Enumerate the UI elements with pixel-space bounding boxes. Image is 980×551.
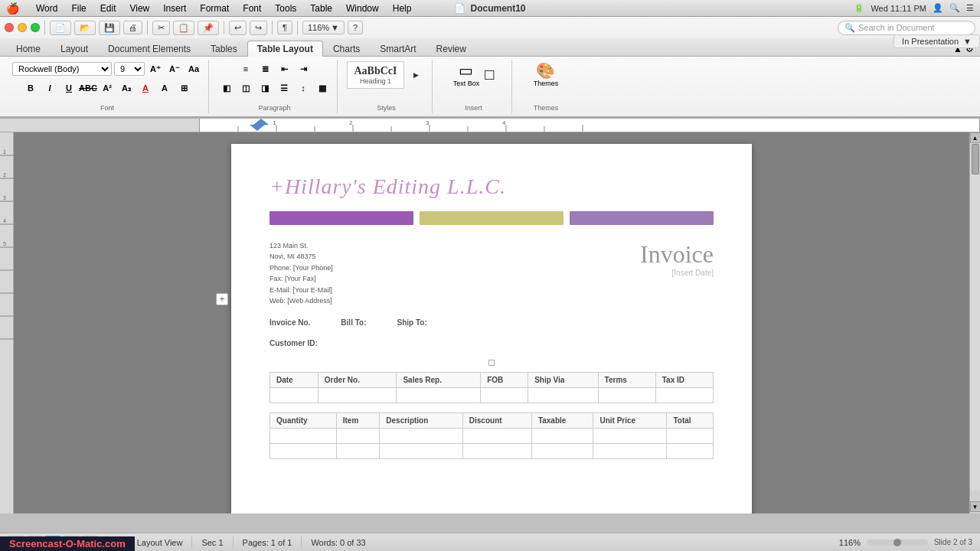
scroll-down-btn[interactable]: ▼: [970, 501, 981, 512]
menu-word[interactable]: Word: [31, 3, 62, 14]
list-number-btn[interactable]: ≣: [256, 61, 273, 77]
shading-btn[interactable]: ▦: [314, 80, 331, 96]
clear-format-button[interactable]: ⊞: [175, 80, 192, 96]
scroll-track[interactable]: [970, 143, 980, 491]
menu-window[interactable]: Window: [341, 3, 384, 14]
highlight-button[interactable]: A: [156, 80, 173, 96]
align-justify-btn[interactable]: ☰: [276, 80, 292, 96]
menu-font[interactable]: Font: [238, 3, 266, 14]
menu-help[interactable]: Help: [388, 3, 416, 14]
table2-row2: [270, 444, 714, 459]
menu-format[interactable]: Format: [195, 3, 234, 14]
align-center-btn[interactable]: ◫: [237, 80, 254, 96]
tab-charts[interactable]: Charts: [323, 41, 370, 57]
font-select[interactable]: Rockwell (Body): [12, 62, 112, 76]
tab-document-elements[interactable]: Document Elements: [98, 41, 201, 57]
tab-tables[interactable]: Tables: [201, 41, 247, 57]
main-area: 1 2 3 4 5 + +Hillary's Editing L.L.C. 12…: [0, 132, 980, 514]
font-size-decrease[interactable]: A⁻: [166, 61, 183, 77]
address-section: 123 Main St. Novi, MI 48375 Phone: [Your…: [270, 240, 714, 306]
bold-button[interactable]: B: [22, 80, 39, 96]
align-left-btn[interactable]: ◧: [218, 80, 235, 96]
scroll-thumb[interactable]: [972, 144, 979, 174]
selection-handle: [488, 360, 495, 366]
invoice-right: Invoice [Insert Date]: [640, 240, 714, 306]
zoom-slider[interactable]: [867, 540, 928, 546]
tab-review[interactable]: Review: [426, 41, 476, 57]
menu-file[interactable]: File: [67, 3, 90, 14]
style-preview[interactable]: AaBbCcI Heading 1: [347, 61, 403, 89]
undo-button[interactable]: ↩: [229, 21, 247, 35]
insert-date: [Insert Date]: [640, 269, 714, 277]
tab-smartart[interactable]: SmartArt: [370, 41, 426, 57]
new-doc-button[interactable]: 📄: [50, 21, 71, 35]
window-controls: [5, 23, 40, 32]
paragraph-row2: ◧ ◫ ◨ ☰ ↕ ▦: [218, 80, 331, 96]
menu-insert[interactable]: Insert: [158, 3, 191, 14]
open-button[interactable]: 📂: [74, 21, 96, 35]
style-expand-btn[interactable]: ▶: [407, 67, 426, 83]
col-ship-via: Ship Via: [528, 373, 598, 388]
menu-edit[interactable]: Edit: [96, 3, 121, 14]
print-button[interactable]: 🖨: [123, 21, 142, 34]
search-box[interactable]: 🔍 Search in Document: [838, 21, 975, 35]
zoom-select[interactable]: 116% ▼: [302, 21, 345, 34]
copy-button[interactable]: 📋: [173, 21, 194, 35]
cut-button[interactable]: ✂: [152, 21, 170, 35]
indent-increase-btn[interactable]: ⇥: [295, 61, 312, 77]
color-bars: [270, 211, 714, 225]
minimize-button[interactable]: [18, 23, 27, 32]
line-spacing-btn[interactable]: ↕: [295, 80, 312, 96]
zoom-thumb[interactable]: [893, 539, 901, 546]
menu-table[interactable]: Table: [305, 3, 337, 14]
ribbon-group-paragraph: ≡ ≣ ⇤ ⇥ ◧ ◫ ◨ ☰ ↕ ▦ Paragraph: [212, 60, 338, 113]
menu-extra-icon[interactable]: ☰: [966, 3, 974, 13]
tab-table-layout[interactable]: Table Layout: [247, 41, 323, 57]
text-box-btn[interactable]: ▭ Text Box: [453, 61, 480, 87]
document-area[interactable]: + +Hillary's Editing L.L.C. 123 Main St.…: [14, 132, 969, 514]
col-taxable: Taxable: [531, 413, 593, 429]
superscript-button[interactable]: A²: [99, 80, 116, 96]
menu-tools[interactable]: Tools: [270, 3, 301, 14]
ruler-inner: 1 2 3 4: [199, 119, 980, 132]
address-left: 123 Main St. Novi, MI 48375 Phone: [Your…: [270, 240, 333, 306]
align-right-btn[interactable]: ◨: [256, 80, 273, 96]
tab-layout[interactable]: Layout: [51, 41, 98, 57]
paste-button[interactable]: 📌: [198, 21, 219, 35]
col-fob: FOB: [481, 373, 528, 388]
redo-button[interactable]: ↪: [250, 21, 267, 35]
cell-salesrep-1: [397, 388, 481, 403]
search-icon[interactable]: 🔍: [949, 3, 960, 13]
font-size-increase[interactable]: A⁺: [147, 61, 164, 77]
tab-home[interactable]: Home: [6, 41, 51, 57]
add-table-row-btn[interactable]: +: [216, 293, 228, 305]
presentation-chevron[interactable]: ▼: [963, 37, 972, 46]
horizontal-ruler: 1 2 3 4: [0, 119, 980, 132]
apple-menu-icon[interactable]: 🍎: [6, 2, 19, 15]
underline-button[interactable]: U: [60, 80, 77, 96]
insert-extra-btn[interactable]: □: [485, 66, 494, 83]
font-size-select[interactable]: 9: [114, 62, 145, 76]
maximize-button[interactable]: [31, 23, 40, 32]
menu-view[interactable]: View: [125, 3, 154, 14]
title-bar-right: 🔋 Wed 11:11 PM 👤 🔍 ☰: [854, 3, 974, 13]
strikethrough-button[interactable]: ABC: [80, 80, 96, 96]
scroll-up-btn[interactable]: ▲: [970, 132, 981, 143]
subscript-button[interactable]: A₂: [118, 80, 135, 96]
help-button[interactable]: ?: [348, 21, 363, 34]
style-preview-text: AaBbCcI: [354, 65, 397, 77]
col-order-no: Order No.: [318, 373, 397, 388]
styles-group-label: Styles: [377, 103, 396, 112]
cell-desc-1: [380, 429, 463, 444]
italic-button[interactable]: I: [41, 80, 58, 96]
user-icon: 👤: [933, 3, 943, 13]
save-button[interactable]: 💾: [99, 21, 120, 35]
show-hide-button[interactable]: ¶: [277, 21, 292, 34]
font-color-button[interactable]: A: [137, 80, 154, 96]
font-case[interactable]: Aa: [185, 61, 202, 77]
cell-order-1: [318, 388, 397, 403]
themes-btn[interactable]: 🎨 Themes: [534, 61, 559, 87]
indent-decrease-btn[interactable]: ⇤: [276, 61, 292, 77]
list-bullet-btn[interactable]: ≡: [237, 61, 254, 77]
close-button[interactable]: [5, 23, 14, 32]
